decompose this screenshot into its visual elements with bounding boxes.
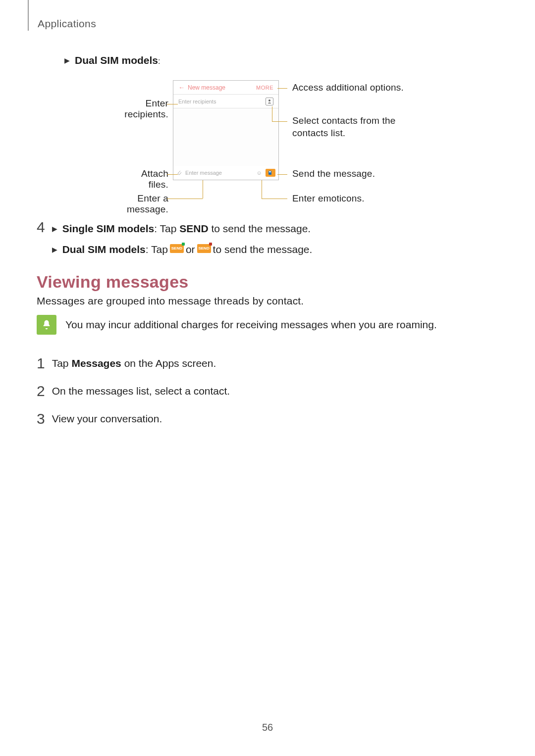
- triangle-icon: ▶: [52, 246, 57, 253]
- callout-line: [167, 199, 203, 199]
- phone-mockup: ← New message MORE Enter recipients Ente…: [173, 80, 279, 180]
- single-sim-text-a: : Tap: [154, 223, 179, 234]
- callout-attach-files: Attach files.: [119, 168, 168, 190]
- triangle-icon: ▶: [52, 225, 57, 232]
- step1-b: on the Apps screen.: [121, 357, 216, 369]
- callout-line: [277, 174, 287, 175]
- single-sim-label: Single SIM models: [62, 223, 155, 234]
- heading-viewing-messages: Viewing messages: [37, 272, 189, 292]
- callout-line: [167, 174, 178, 175]
- step-number-1: 1: [37, 356, 45, 371]
- step-number-2: 2: [37, 384, 45, 399]
- svg-rect-2: [269, 171, 271, 172]
- callout-enter-emoticons: Enter emoticons.: [292, 193, 365, 204]
- callout-line: [277, 88, 287, 89]
- callout-line-vertical: [203, 180, 203, 199]
- send-sim2-icon: SEND: [197, 244, 211, 253]
- send-label: SEND: [179, 223, 208, 234]
- more-button[interactable]: MORE: [256, 85, 273, 91]
- single-sim-text-b: to send the message.: [209, 223, 311, 234]
- dual-sim-label: Dual SIM models: [62, 244, 146, 255]
- send-sim-button[interactable]: [266, 169, 275, 177]
- page-number: 56: [262, 722, 273, 733]
- note-row: You may incur additional charges for rec…: [37, 315, 437, 335]
- callout-line: [272, 121, 287, 122]
- recipients-placeholder[interactable]: Enter recipients: [178, 99, 216, 104]
- step1-a: Tap: [52, 357, 72, 369]
- callout-access-options: Access additional options.: [292, 82, 404, 93]
- callout-select-contacts-2: contacts list.: [292, 128, 345, 139]
- step-number-4: 4: [37, 220, 45, 235]
- svg-point-0: [268, 100, 270, 101]
- step2-text: On the messages list, select a contact.: [52, 382, 230, 400]
- callout-enter-message: Enter a message.: [97, 193, 168, 215]
- page-spine-rule: [28, 0, 29, 31]
- emoticon-icon[interactable]: ☺: [256, 170, 263, 176]
- send-sim1-icon: SEND: [170, 244, 184, 253]
- step3-text: View your conversation.: [52, 410, 162, 428]
- step1-bold: Messages: [71, 357, 121, 369]
- triangle-icon: ▶: [64, 57, 70, 64]
- dual-sim-text-b: to send the message.: [213, 241, 313, 258]
- viewing-intro: Messages are grouped into message thread…: [37, 295, 304, 307]
- contacts-icon[interactable]: [266, 98, 273, 105]
- dual-sim-heading: Dual SIM models: [75, 54, 158, 66]
- dual-sim-or: or: [186, 241, 195, 258]
- callout-enter-recipients: Enter recipients.: [102, 98, 168, 120]
- callout-line: [262, 199, 287, 199]
- mock-recipients-row: Enter recipients: [173, 95, 278, 108]
- mock-body: [173, 108, 278, 166]
- mock-header: ← New message MORE: [173, 81, 278, 95]
- bell-note-icon: [37, 315, 56, 335]
- message-placeholder[interactable]: Enter message: [185, 170, 222, 176]
- dual-sim-text-a: : Tap: [146, 244, 168, 255]
- dual-sim-heading-colon: :: [158, 57, 160, 65]
- mock-title: New message: [188, 84, 225, 91]
- note-text: You may incur additional charges for rec…: [65, 319, 437, 331]
- callout-line-vertical: [272, 106, 272, 121]
- callout-line: [167, 104, 178, 104]
- attach-icon[interactable]: [176, 169, 182, 177]
- breadcrumb: Applications: [38, 18, 96, 30]
- bullet-dual-sim-heading: ▶ Dual SIM models:: [64, 54, 160, 66]
- callout-send-message: Send the message.: [292, 168, 375, 179]
- callout-line-vertical: [262, 180, 262, 199]
- mock-input-row: Enter message ☺: [173, 166, 278, 180]
- callout-select-contacts-1: Select contacts from the: [292, 115, 396, 126]
- step-number-3: 3: [37, 411, 45, 426]
- back-arrow-icon[interactable]: ←: [178, 84, 185, 91]
